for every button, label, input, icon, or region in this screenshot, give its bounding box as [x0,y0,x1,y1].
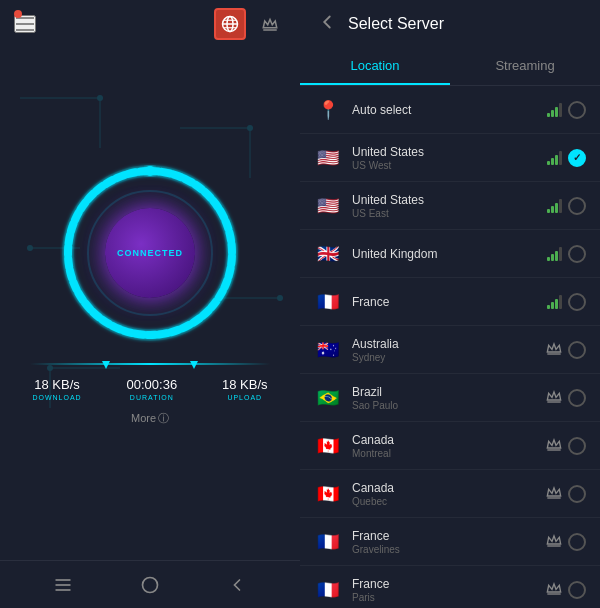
server-name: France [352,577,546,591]
server-flag-icon: 🇫🇷 [314,292,342,312]
server-select-radio[interactable] [568,245,586,263]
svg-point-18 [47,365,53,371]
server-sublabel: Montreal [352,448,546,459]
left-header [0,0,300,48]
server-item[interactable]: 🇫🇷France [300,278,600,326]
tab-location[interactable]: Location [300,48,450,85]
server-right-controls [546,485,586,503]
server-right-controls [547,293,586,311]
server-select-radio[interactable] [568,581,586,599]
server-item[interactable]: 🇬🇧United Kingdom [300,230,600,278]
svg-point-11 [247,125,253,131]
server-right-controls [546,389,586,407]
svg-point-15 [277,295,283,301]
server-right-controls [547,245,586,263]
server-item[interactable]: 🇨🇦CanadaMontreal [300,422,600,470]
server-flag-icon: 🇫🇷 [314,532,342,552]
server-name: Canada [352,433,546,447]
server-name: France [352,295,547,309]
server-sublabel: US East [352,208,547,219]
server-name: Auto select [352,103,547,117]
server-flag-icon: 📍 [314,100,342,120]
server-right-controls [546,437,586,455]
status-dot [14,10,22,18]
globe-button[interactable] [214,8,246,40]
premium-crown-icon [546,485,562,502]
server-flag-icon: 🇨🇦 [314,436,342,456]
server-item[interactable]: 🇺🇸United StatesUS East [300,182,600,230]
server-select-radio[interactable] [568,485,586,503]
server-info: CanadaQuebec [352,481,546,507]
server-sublabel: US West [352,160,547,171]
server-name: Australia [352,337,546,351]
server-name: Brazil [352,385,546,399]
server-select-radio[interactable] [568,149,586,167]
crown-header-button[interactable] [254,8,286,40]
premium-crown-icon [546,389,562,406]
server-select-radio[interactable] [568,437,586,455]
server-name: United States [352,193,547,207]
right-header: Select Server [300,0,600,48]
server-info: FranceGravelines [352,529,546,555]
server-item[interactable]: 🇨🇦CanadaQuebec [300,470,600,518]
server-sublabel: Paris [352,592,546,603]
server-info: France [352,295,547,309]
signal-bars-icon [547,247,562,261]
server-right-controls [546,581,586,599]
server-select-radio[interactable] [568,389,586,407]
svg-point-22 [145,166,155,176]
tabs-row: Location Streaming [300,48,600,86]
premium-crown-icon [546,437,562,454]
nav-menu-button[interactable] [53,575,73,595]
server-list: 📍Auto select🇺🇸United StatesUS West🇺🇸Unit… [300,86,600,608]
server-select-radio[interactable] [568,101,586,119]
left-panel: CONNECTED 18 KB/s DOWNLOAD 00:00:36 DURA… [0,0,300,608]
vpn-center-button[interactable]: CONNECTED [105,208,195,298]
server-item[interactable]: 🇫🇷FranceGravelines [300,518,600,566]
divider [30,363,270,365]
right-panel: Select Server Location Streaming 📍Auto s… [300,0,600,608]
server-item[interactable]: 🇺🇸United StatesUS West [300,134,600,182]
server-flag-icon: 🇫🇷 [314,580,342,600]
connected-label: CONNECTED [117,248,183,258]
server-flag-icon: 🇦🇺 [314,340,342,360]
server-info: AustraliaSydney [352,337,546,363]
back-button[interactable] [316,11,338,38]
server-select-radio[interactable] [568,533,586,551]
server-flag-icon: 🇺🇸 [314,196,342,216]
server-flag-icon: 🇺🇸 [314,148,342,168]
server-flag-icon: 🇨🇦 [314,484,342,504]
server-right-controls [547,197,586,215]
signal-bars-icon [547,295,562,309]
server-item[interactable]: 🇧🇷BrazilSao Paulo [300,374,600,422]
server-info: FranceParis [352,577,546,603]
server-select-radio[interactable] [568,293,586,311]
tab-streaming[interactable]: Streaming [450,48,600,85]
server-info: Auto select [352,103,547,117]
server-info: United StatesUS East [352,193,547,219]
server-name: Canada [352,481,546,495]
server-item[interactable]: 🇫🇷FranceParis [300,566,600,608]
server-info: United Kingdom [352,247,547,261]
signal-bars-icon [547,103,562,117]
server-name: United Kingdom [352,247,547,261]
server-info: United StatesUS West [352,145,547,171]
nav-back-button[interactable] [227,575,247,595]
server-name: France [352,529,546,543]
nav-home-button[interactable] [140,575,160,595]
vpn-ring-container: CONNECTED [60,163,240,343]
server-item[interactable]: 📍Auto select [300,86,600,134]
server-select-radio[interactable] [568,197,586,215]
premium-crown-icon [546,581,562,598]
signal-bars-icon [547,199,562,213]
server-flag-icon: 🇧🇷 [314,388,342,408]
left-main: CONNECTED 18 KB/s DOWNLOAD 00:00:36 DURA… [0,48,300,560]
server-select-radio[interactable] [568,341,586,359]
server-right-controls [546,341,586,359]
server-flag-icon: 🇬🇧 [314,244,342,264]
svg-point-13 [27,245,33,251]
server-item[interactable]: 🇦🇺AustraliaSydney [300,326,600,374]
server-right-controls [547,149,586,167]
server-info: BrazilSao Paulo [352,385,546,411]
premium-crown-icon [546,533,562,550]
